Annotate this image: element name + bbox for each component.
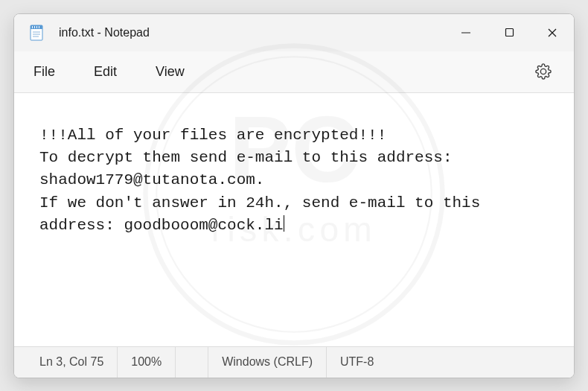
notepad-window: info.txt - Notepad File Edit View !!!All… (13, 13, 575, 378)
settings-button[interactable] (529, 57, 557, 86)
titlebar[interactable]: info.txt - Notepad (14, 14, 574, 51)
menu-edit[interactable]: Edit (91, 60, 120, 84)
minimize-button[interactable] (444, 14, 488, 51)
text-caret (284, 215, 284, 232)
svg-rect-3 (34, 26, 35, 28)
svg-rect-4 (36, 26, 37, 28)
menu-view[interactable]: View (153, 60, 188, 84)
statusbar: Ln 3, Col 75 100% Windows (CRLF) UTF-8 (14, 346, 574, 378)
svg-rect-5 (39, 26, 39, 28)
window-controls (444, 14, 574, 51)
notepad-icon (28, 24, 45, 42)
close-button[interactable] (531, 14, 574, 51)
status-encoding[interactable]: UTF-8 (327, 347, 387, 378)
menubar: File Edit View (14, 51, 574, 93)
window-title: info.txt - Notepad (59, 26, 444, 39)
status-spacer (176, 347, 208, 378)
menu-file[interactable]: File (31, 60, 58, 84)
editor-area[interactable]: !!!All of your files are encrypted!!! To… (14, 93, 574, 346)
status-zoom[interactable]: 100% (118, 347, 176, 378)
status-line-ending[interactable]: Windows (CRLF) (208, 347, 327, 378)
gear-icon (535, 63, 552, 80)
svg-rect-2 (32, 26, 33, 28)
status-position[interactable]: Ln 3, Col 75 (14, 347, 118, 378)
svg-rect-10 (505, 29, 513, 36)
editor-text[interactable]: !!!All of your files are encrypted!!! To… (39, 124, 549, 238)
maximize-button[interactable] (488, 14, 531, 51)
